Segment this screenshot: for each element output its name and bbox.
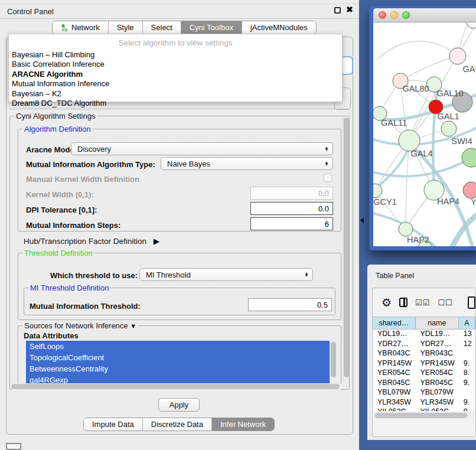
- table-row[interactable]: YBL079WYBL079W: [373, 388, 475, 398]
- node-label: GAL10: [436, 89, 463, 98]
- column-header-a[interactable]: A: [459, 317, 475, 329]
- columns-icon[interactable]: [399, 298, 407, 307]
- mi-type-value: Naive Bayes: [161, 159, 323, 168]
- close-traffic-light-icon[interactable]: [379, 11, 386, 19]
- network-node[interactable]: [449, 48, 466, 64]
- algorithm-option[interactable]: Bayesian – K2: [9, 89, 342, 99]
- algorithm-option[interactable]: Mutual Information Inference: [9, 79, 342, 89]
- algorithm-option[interactable]: Basic Correlation Inference: [9, 60, 342, 69]
- mi-threshold-field[interactable]: 0.5: [248, 298, 332, 311]
- settings-vertical-scrollbar[interactable]: [343, 116, 349, 383]
- select-all-icon[interactable]: ☑☑: [415, 298, 430, 307]
- attribute-item[interactable]: BetweennessCentrality: [26, 363, 330, 374]
- tab-style[interactable]: Style: [109, 21, 143, 34]
- aracne-mode-select[interactable]: Discovery ▲▼: [71, 142, 333, 155]
- zoom-traffic-light-icon[interactable]: [402, 11, 410, 19]
- table-row[interactable]: YDL19…YDL19…13: [373, 330, 475, 340]
- algorithm-option[interactable]: Bayesian – Hill Climbing: [9, 50, 342, 60]
- tab-infer-network[interactable]: Infer Network: [212, 418, 274, 431]
- mi-steps-field[interactable]: 6: [250, 217, 333, 230]
- table-row[interactable]: YDR27…YDR27…12: [373, 340, 475, 350]
- table-cell: [459, 388, 475, 398]
- network-node[interactable]: [399, 222, 413, 236]
- network-node[interactable]: [467, 22, 476, 28]
- tab-network[interactable]: Network: [53, 21, 109, 34]
- table-cell: [459, 349, 475, 359]
- network-view-window[interactable]: GALGAL80GAL10GAL11GAL1SWI4GAL4GCY1HAP4YH…: [369, 6, 476, 250]
- float-window-icon[interactable]: [334, 7, 341, 14]
- node-label: GAL1: [437, 112, 459, 121]
- network-node[interactable]: [441, 121, 457, 136]
- mini-palette-window[interactable]: [6, 443, 21, 450]
- network-canvas[interactable]: GALGAL80GAL10GAL11GAL1SWI4GAL4GCY1HAP4YH…: [373, 22, 476, 246]
- network-window-titlebar[interactable]: [373, 8, 476, 22]
- dropdown-placeholder: Select algorithm to view settings: [9, 34, 342, 50]
- attribute-item[interactable]: TopologicalCoefficient: [26, 352, 330, 363]
- table-cell: YIL053C: [415, 407, 458, 411]
- network-node[interactable]: [463, 182, 476, 198]
- gear-icon[interactable]: ⚙: [382, 296, 392, 309]
- table-row[interactable]: YLR345WYLR345W9.: [373, 398, 475, 408]
- which-threshold-select[interactable]: MI Threshold ▲▼: [139, 268, 313, 281]
- splitter-collapse-icon[interactable]: [360, 217, 364, 223]
- table-rows: YDL19…YDL19…13YDR27…YDR27…12YBR043CYBR04…: [373, 330, 475, 411]
- combo-arrows-icon: ▲▼: [323, 146, 332, 152]
- new-table-icon[interactable]: [468, 296, 475, 309]
- data-attributes-label: Data Attributes: [24, 331, 79, 340]
- table-cell: YBL079W: [415, 388, 458, 398]
- column-header-shared[interactable]: shared…: [373, 317, 416, 329]
- table-cell: YER054C: [373, 369, 415, 379]
- table-cell: YBL079W: [373, 388, 415, 398]
- tab-select[interactable]: Select: [143, 21, 181, 34]
- table-row[interactable]: YBR043CYBR043C: [373, 349, 475, 359]
- node-label: GAL4: [410, 149, 432, 158]
- tab-discretize-data[interactable]: Discretize Data: [143, 418, 212, 431]
- network-edge[interactable]: [400, 56, 458, 81]
- network-node[interactable]: [399, 130, 420, 151]
- hub-definition-expander[interactable]: Hub/Transcription Factor Definition ▶: [24, 236, 159, 246]
- table-row[interactable]: YBR045CYBR045C9.: [373, 379, 475, 389]
- node-label: Y: [471, 197, 476, 207]
- mi-type-select[interactable]: Naive Bayes ▲▼: [161, 157, 333, 170]
- table-row[interactable]: YPR145WYPR145W9.: [373, 359, 475, 369]
- kernel-width-field[interactable]: 0.0: [250, 187, 333, 200]
- dpi-tolerance-field[interactable]: 0.0: [250, 202, 333, 215]
- table-cell: 8.: [459, 369, 475, 379]
- table-cell: YBR045C: [373, 379, 415, 389]
- dpi-tolerance-label: DPI Tolerance [0,1]:: [26, 206, 97, 214]
- deselect-all-icon[interactable]: ☐☐: [438, 298, 452, 307]
- tab-label: Discretize Data: [151, 420, 203, 429]
- manual-kernel-checkbox[interactable]: [324, 174, 332, 182]
- network-edge[interactable]: [378, 41, 458, 59]
- close-icon[interactable]: ✖: [346, 5, 353, 14]
- table-cell: 12: [459, 340, 475, 350]
- mi-steps-label: Mutual Information Steps:: [26, 221, 120, 230]
- apply-button[interactable]: Apply: [158, 398, 200, 412]
- tab-jactivemnodules[interactable]: jActiveMNodules: [242, 21, 316, 34]
- table-cell: 13: [459, 330, 475, 340]
- table-cell: YDR27…: [373, 340, 415, 350]
- attributes-scrollbar[interactable]: [330, 341, 336, 386]
- tab-cyni-toolbox[interactable]: Cyni Toolbox: [181, 21, 242, 34]
- algorithm-definition-title: Algorithm Definition: [22, 125, 93, 133]
- network-node[interactable]: [462, 148, 476, 167]
- table-row[interactable]: YER054CYER054C8.: [373, 369, 475, 379]
- table-cell: YDR27…: [415, 340, 458, 350]
- settings-horizontal-scrollbar[interactable]: [10, 383, 343, 390]
- tab-impute-data[interactable]: Impute Data: [84, 418, 143, 431]
- hidden-group-border: [9, 109, 350, 109]
- algorithm-option[interactable]: Dream8 DC_TDC Algorithm: [9, 99, 342, 108]
- table-cell: YBR045C: [415, 379, 458, 389]
- collapse-arrow-icon[interactable]: ▼: [130, 322, 136, 330]
- column-header-name[interactable]: name: [416, 317, 459, 329]
- settings-group-title: Cyni Algorithm Settings: [14, 112, 97, 120]
- algorithm-option[interactable]: ARACNE Algorithm: [9, 70, 342, 79]
- data-attributes-list[interactable]: SelfLoopsTopologicalCoefficientBetweenne…: [26, 341, 330, 386]
- network-icon: [61, 24, 69, 32]
- attribute-item[interactable]: SelfLoops: [26, 341, 330, 352]
- minimize-traffic-light-icon[interactable]: [390, 11, 398, 19]
- node-label: GAL11: [381, 118, 407, 128]
- table-row[interactable]: YIL053CYIL053C9.: [373, 407, 475, 411]
- control-panel-tabbar: NetworkStyleSelectCyni ToolboxjActiveMNo…: [52, 21, 317, 34]
- table-horizontal-scrollbar[interactable]: [374, 412, 474, 419]
